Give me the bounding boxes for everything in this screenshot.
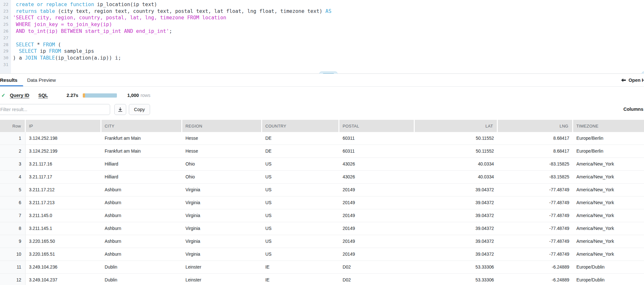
cell-postal: 43026 xyxy=(339,158,415,171)
cell-region: Ohio xyxy=(182,171,262,184)
table-row[interactable]: 83.211.145.1AshburnVirginiaUS2014939.043… xyxy=(0,222,644,235)
cell-lng: -77.48749 xyxy=(498,196,573,209)
cell-row: 12 xyxy=(0,274,26,285)
copy-button[interactable]: Copy xyxy=(129,104,150,115)
filter-result-input[interactable] xyxy=(0,104,110,115)
cell-ip: 3.21.117.16 xyxy=(26,158,101,171)
cell-postal: 20149 xyxy=(339,222,415,235)
cell-lat: 40.0334 xyxy=(415,158,498,171)
timing-segment-execute xyxy=(85,93,117,98)
cell-timezone: America/New_York xyxy=(573,196,644,209)
code-line: 22 create or replace function ip_locatio… xyxy=(0,1,644,8)
cell-lat: 40.0334 xyxy=(415,171,498,184)
tab-data-preview[interactable]: Data Preview xyxy=(23,74,60,86)
cell-city: Ashburn xyxy=(101,235,182,248)
column-header-ip[interactable]: IP xyxy=(26,120,101,132)
cell-lng: -83.15825 xyxy=(498,171,573,184)
rows-label: rows xyxy=(140,93,150,98)
cell-country: US xyxy=(262,248,339,261)
line-number: 30 xyxy=(0,55,11,62)
cell-timezone: America/New_York xyxy=(573,158,644,171)
line-number: 28 xyxy=(0,42,11,48)
cell-city: Ashburn xyxy=(101,184,182,196)
table-row[interactable]: 23.124.252.199Frankfurt am MainHesseDE60… xyxy=(0,145,644,158)
table-row[interactable]: 43.21.117.17HilliardOhioUS4302640.0334-8… xyxy=(0,171,644,184)
cell-city: Frankfurt am Main xyxy=(101,145,182,158)
sql-editor[interactable]: 2122 create or replace function ip_locat… xyxy=(0,0,644,73)
cell-timezone: America/New_York xyxy=(573,171,644,184)
cell-ip: 3.249.104.236 xyxy=(26,261,101,274)
code-text: 'SELECT city, region, country, postal, l… xyxy=(11,14,226,21)
cell-city: Ashburn xyxy=(101,196,182,209)
cell-ip: 3.211.17.212 xyxy=(26,184,101,196)
cell-ip: 3.211.17.213 xyxy=(26,196,101,209)
cell-lng: -6.24889 xyxy=(498,274,573,285)
code-text: SELECT ip FROM sample_ips xyxy=(11,48,94,55)
download-button[interactable] xyxy=(114,104,126,115)
code-line: 28 SELECT * FROM ( xyxy=(0,42,644,48)
table-row[interactable]: 93.220.165.50AshburnVirginiaUS2014939.04… xyxy=(0,235,644,248)
sql-link[interactable]: SQL xyxy=(38,93,48,98)
column-header-timezone[interactable]: TIMEZONE xyxy=(573,120,644,132)
cell-lat: 39.04372 xyxy=(415,222,498,235)
line-number: 29 xyxy=(0,48,11,55)
cell-country: DE xyxy=(262,145,339,158)
cell-region: Virginia xyxy=(182,209,262,222)
cell-row: 1 xyxy=(0,132,26,145)
cell-region: Virginia xyxy=(182,184,262,196)
cell-postal: 60311 xyxy=(339,145,415,158)
cell-timezone: Europe/Berlin xyxy=(573,145,644,158)
cell-postal: 20149 xyxy=(339,235,415,248)
cell-row: 3 xyxy=(0,158,26,171)
table-row[interactable]: 53.211.17.212AshburnVirginiaUS2014939.04… xyxy=(0,184,644,196)
cell-lat: 50.11552 xyxy=(415,145,498,158)
cell-region: Hesse xyxy=(182,132,262,145)
success-check-icon: ✓ xyxy=(1,92,5,98)
query-id-link[interactable]: Query ID xyxy=(10,93,29,98)
column-header-region[interactable]: REGION xyxy=(182,120,262,132)
columns-button[interactable]: Columns xyxy=(623,107,643,112)
cell-lat: 53.33306 xyxy=(415,261,498,274)
column-header-country[interactable]: COUNTRY xyxy=(262,120,339,132)
tab-results[interactable]: Results xyxy=(0,74,23,86)
code-text xyxy=(11,62,13,68)
table-row[interactable]: 123.249.104.237DublinLeinsterIED0253.333… xyxy=(0,274,644,285)
column-header-postal[interactable]: POSTAL xyxy=(339,120,415,132)
column-header-lng[interactable]: LNG xyxy=(498,120,573,132)
code-line: 25 WHERE join_key = to_join_key(ip) xyxy=(0,21,644,28)
cell-postal: 20149 xyxy=(339,209,415,222)
cell-timezone: America/New_York xyxy=(573,222,644,235)
cell-city: Hilliard xyxy=(101,158,182,171)
code-text: AND to_int(ip) BETWEEN start_ip_int AND … xyxy=(11,28,172,35)
table-row[interactable]: 13.124.252.198Frankfurt am MainHesseDE60… xyxy=(0,132,644,145)
code-text: create or replace function ip_location(i… xyxy=(11,1,157,8)
cell-row: 4 xyxy=(0,171,26,184)
cell-ip: 3.220.165.50 xyxy=(26,235,101,248)
cell-ip: 3.249.104.237 xyxy=(26,274,101,285)
table-row[interactable]: 103.220.165.51AshburnVirginiaUS2014939.0… xyxy=(0,248,644,261)
cell-region: Virginia xyxy=(182,235,262,248)
column-header-row[interactable]: Row xyxy=(0,120,26,132)
cell-timezone: Europe/Dublin xyxy=(573,274,644,285)
cell-ip: 3.21.117.17 xyxy=(26,171,101,184)
column-header-city[interactable]: CITY xyxy=(101,120,182,132)
code-text: ) a JOIN TABLE(ip_location(a.ip)) i; xyxy=(11,55,121,62)
cell-row: 7 xyxy=(0,209,26,222)
cell-lat: 39.04372 xyxy=(415,196,498,209)
cell-lng: -77.48749 xyxy=(498,184,573,196)
cell-ip: 3.124.252.199 xyxy=(26,145,101,158)
cell-timezone: Europe/Berlin xyxy=(573,132,644,145)
cell-timezone: America/New_York xyxy=(573,235,644,248)
table-row[interactable]: 113.249.104.236DublinLeinsterIED0253.333… xyxy=(0,261,644,274)
open-history-link[interactable]: Open H xyxy=(621,74,644,86)
table-row[interactable]: 73.211.145.0AshburnVirginiaUS2014939.043… xyxy=(0,209,644,222)
column-header-lat[interactable]: LAT xyxy=(415,120,498,132)
table-row[interactable]: 33.21.117.16HilliardOhioUS4302640.0334-8… xyxy=(0,158,644,171)
line-number: 26 xyxy=(0,28,11,35)
code-lines: 2122 create or replace function ip_locat… xyxy=(0,0,644,68)
timing-segment-compile xyxy=(83,93,85,98)
code-line: 30) a JOIN TABLE(ip_location(a.ip)) i; xyxy=(0,55,644,62)
cell-postal: 43026 xyxy=(339,171,415,184)
cell-ip: 3.124.252.198 xyxy=(26,132,101,145)
table-row[interactable]: 63.211.17.213AshburnVirginiaUS2014939.04… xyxy=(0,196,644,209)
